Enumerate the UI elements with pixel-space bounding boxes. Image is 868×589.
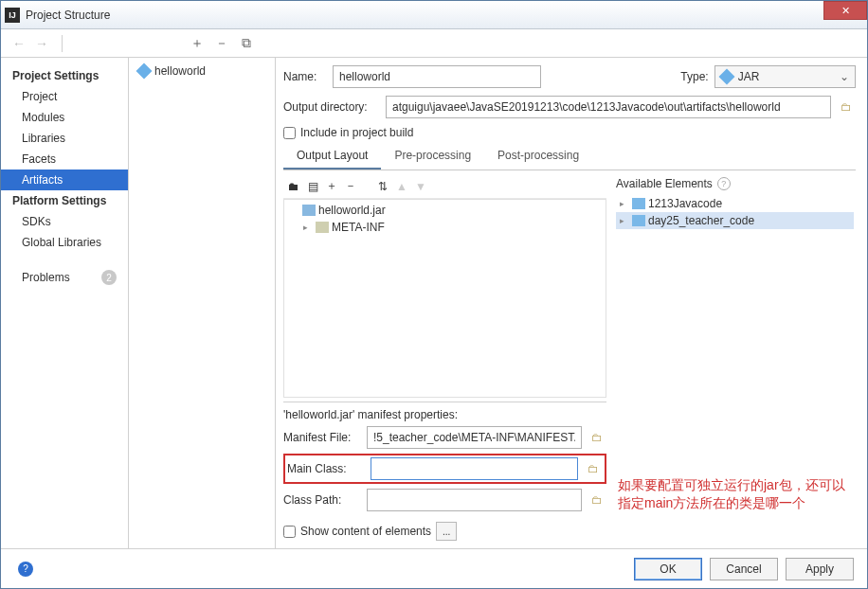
- tree-row[interactable]: ▸ META-INF: [286, 219, 604, 236]
- problems-badge: 2: [101, 270, 117, 285]
- window-title: Project Structure: [26, 9, 863, 22]
- output-tree-pane: 🖿 ▤ ＋ － ⇅ ▲ ▼: [283, 174, 606, 516]
- browse-output-button[interactable]: 🗀: [837, 98, 856, 116]
- apply-button[interactable]: Apply: [786, 558, 854, 580]
- chevron-down-icon: ⌄: [840, 70, 849, 83]
- browse-mainclass-button[interactable]: 🗀: [584, 459, 603, 478]
- add-icon[interactable]: ＋: [190, 35, 205, 52]
- manifest-label: Manifest File:: [283, 431, 361, 444]
- help-icon[interactable]: ?: [717, 177, 731, 190]
- toolbar: ← → ＋ － ⧉: [1, 29, 867, 58]
- jar-file-icon: [302, 205, 316, 216]
- output-tree[interactable]: helloworld.jar ▸ META-INF: [283, 199, 606, 398]
- include-checkbox[interactable]: Include in project build: [283, 126, 856, 139]
- sidebar-heading-platform: Platform Settings: [1, 190, 128, 211]
- folder-add-icon[interactable]: 🖿: [287, 180, 300, 193]
- titlebar: IJ Project Structure ✕: [1, 1, 867, 29]
- tab-post-processing[interactable]: Post-processing: [484, 143, 592, 170]
- artifact-item[interactable]: helloworld: [133, 62, 271, 80]
- sort-icon[interactable]: ⇅: [376, 180, 389, 193]
- footer: ? OK Cancel Apply: [1, 548, 867, 588]
- show-content-checkbox[interactable]: [283, 526, 296, 538]
- mainclass-input[interactable]: [371, 457, 578, 480]
- sidebar-item-modules[interactable]: Modules: [1, 107, 128, 128]
- app-icon: IJ: [5, 8, 20, 23]
- help-button[interactable]: ?: [18, 562, 33, 577]
- classpath-label: Class Path:: [283, 493, 361, 507]
- name-label: Name:: [283, 70, 327, 83]
- module-icon: [632, 215, 645, 226]
- manifest-props: 'helloworld.jar' manifest properties: Ma…: [283, 402, 606, 516]
- output-input[interactable]: [386, 96, 831, 118]
- sidebar-item-problems[interactable]: Problems 2: [1, 266, 128, 289]
- archive-icon[interactable]: ▤: [306, 180, 319, 193]
- copy-icon[interactable]: ⧉: [239, 35, 254, 51]
- sidebar-item-sdks[interactable]: SDKs: [1, 211, 128, 232]
- main-class-row: Main Class: 🗀: [283, 454, 606, 484]
- close-button[interactable]: ✕: [823, 1, 867, 20]
- props-title: 'helloworld.jar' manifest properties:: [283, 408, 606, 421]
- tab-output-layout[interactable]: Output Layout: [283, 143, 381, 170]
- type-select[interactable]: JAR ⌄: [714, 65, 856, 88]
- tree-row[interactable]: ▸ 1213Javacode: [616, 195, 854, 212]
- up-icon[interactable]: ▲: [395, 180, 408, 193]
- sidebar-item-project[interactable]: Project: [1, 86, 128, 107]
- content: Name: Type: JAR ⌄ Output directory: 🗀: [276, 58, 867, 548]
- sidebar-item-global-libs[interactable]: Global Libraries: [1, 232, 128, 253]
- remove-icon[interactable]: －: [344, 178, 357, 194]
- back-icon[interactable]: ←: [12, 36, 26, 51]
- cancel-button[interactable]: Cancel: [710, 558, 778, 580]
- add-icon[interactable]: ＋: [325, 178, 338, 194]
- name-input[interactable]: [333, 65, 541, 88]
- sidebar-item-facets[interactable]: Facets: [1, 149, 128, 170]
- artifact-list: helloworld: [129, 58, 276, 548]
- classpath-input[interactable]: [367, 489, 582, 511]
- sidebar-item-artifacts[interactable]: Artifacts: [1, 170, 128, 190]
- folder-icon: [316, 222, 329, 233]
- remove-icon[interactable]: －: [214, 35, 229, 52]
- jar-icon: [718, 69, 734, 85]
- show-content-more-button[interactable]: ...: [436, 522, 457, 541]
- ok-button[interactable]: OK: [634, 558, 702, 580]
- forward-icon[interactable]: →: [35, 36, 48, 51]
- tabs: Output Layout Pre-processing Post-proces…: [283, 143, 856, 170]
- tree-row[interactable]: ▸ day25_teacher_code: [616, 212, 854, 229]
- tree-row[interactable]: helloworld.jar: [286, 202, 604, 219]
- sidebar-item-libraries[interactable]: Libraries: [1, 128, 128, 149]
- module-icon: [632, 198, 645, 209]
- browse-classpath-button[interactable]: 🗀: [588, 491, 606, 509]
- type-label: Type:: [680, 70, 708, 83]
- down-icon[interactable]: ▼: [414, 180, 427, 193]
- sidebar-heading-project: Project Settings: [1, 65, 128, 86]
- mainclass-label: Main Class:: [287, 462, 365, 475]
- browse-manifest-button[interactable]: 🗀: [588, 428, 606, 447]
- annotation-text: 如果要配置可独立运行的jar包，还可以指定main方法所在的类是哪一个: [614, 473, 856, 516]
- sidebar: Project Settings Project Modules Librari…: [1, 58, 129, 548]
- window: IJ Project Structure ✕ ← → ＋ － ⧉ Project…: [0, 0, 868, 589]
- artifact-icon: [136, 63, 153, 80]
- available-tree[interactable]: ▸ 1213Javacode ▸ day25_teacher_code: [614, 193, 856, 473]
- output-label: Output directory:: [283, 100, 380, 114]
- tab-pre-processing[interactable]: Pre-processing: [381, 143, 484, 170]
- manifest-input[interactable]: [367, 426, 582, 449]
- available-label: Available Elements: [616, 177, 713, 190]
- available-pane: Available Elements ? ▸ 1213Javacode ▸: [614, 174, 856, 516]
